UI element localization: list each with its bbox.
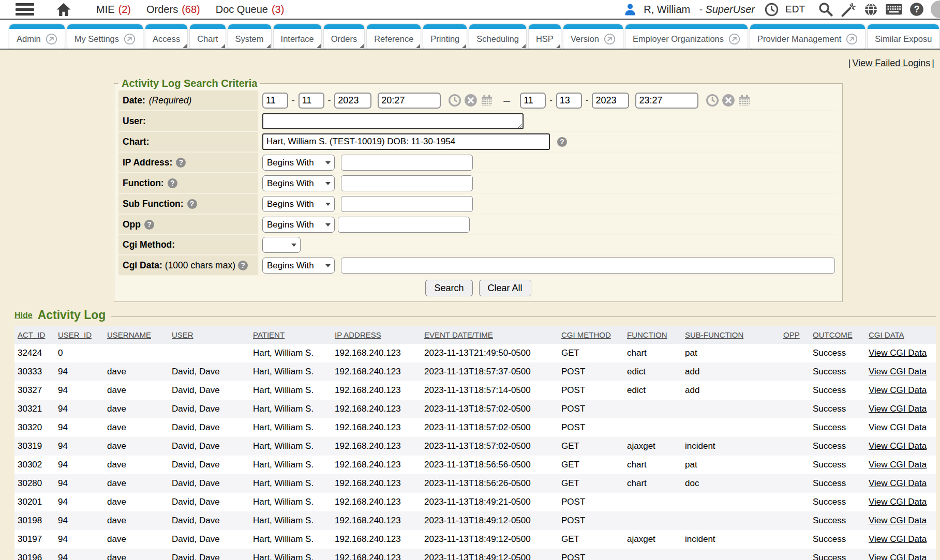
sub-function-input[interactable] bbox=[341, 196, 473, 212]
calendar-icon[interactable] bbox=[738, 94, 751, 107]
ip-address-input[interactable] bbox=[341, 155, 473, 171]
column-sort-cgi-data[interactable]: CGI DATA bbox=[869, 330, 904, 339]
cell-user: David, Dave bbox=[169, 400, 250, 418]
opp-match-select[interactable]: Begins With bbox=[262, 217, 335, 233]
view-cgi-data-link[interactable]: View CGI Data bbox=[869, 422, 927, 432]
cgi-data-input[interactable] bbox=[341, 258, 835, 274]
start-time-input[interactable] bbox=[378, 93, 441, 109]
start-year-input[interactable] bbox=[334, 93, 371, 109]
tab-scheduling[interactable]: Scheduling bbox=[469, 24, 526, 49]
search-icon[interactable] bbox=[818, 2, 833, 17]
function-input[interactable] bbox=[341, 175, 473, 191]
timezone-label[interactable]: EDT bbox=[785, 4, 805, 15]
function-match-select[interactable]: Begins With bbox=[262, 175, 335, 191]
nav-mie[interactable]: MIE(2) bbox=[96, 4, 131, 16]
tab-version[interactable]: Version bbox=[563, 24, 623, 49]
view-cgi-data-link[interactable]: View CGI Data bbox=[869, 404, 927, 414]
tab-admin[interactable]: Admin bbox=[9, 24, 65, 49]
end-time-input[interactable] bbox=[635, 93, 698, 109]
clear-date-icon[interactable] bbox=[464, 94, 478, 107]
function-help-icon[interactable] bbox=[168, 178, 177, 188]
column-sort-function[interactable]: FUNCTION bbox=[627, 330, 667, 339]
user-name: R, William bbox=[644, 4, 690, 16]
view-cgi-data-link[interactable]: View CGI Data bbox=[869, 553, 927, 560]
start-day-input[interactable] bbox=[299, 93, 324, 109]
view-cgi-data-link[interactable]: View CGI Data bbox=[869, 348, 927, 358]
view-cgi-data-link[interactable]: View CGI Data bbox=[869, 385, 927, 395]
tab-hsp[interactable]: HSP bbox=[529, 24, 561, 49]
column-sort-act-id[interactable]: ACT_ID bbox=[18, 330, 45, 339]
end-year-input[interactable] bbox=[592, 93, 629, 109]
calendar-icon[interactable] bbox=[480, 94, 494, 107]
wand-icon[interactable] bbox=[840, 2, 857, 17]
sub-function-match-select[interactable]: Begins With bbox=[262, 196, 335, 212]
nav-orders[interactable]: Orders(68) bbox=[146, 4, 200, 16]
view-cgi-data-link[interactable]: View CGI Data bbox=[869, 516, 927, 525]
search-button[interactable]: Search bbox=[425, 280, 472, 296]
column-header: OPP bbox=[780, 326, 810, 344]
ip-match-select[interactable]: Begins With bbox=[262, 155, 335, 171]
column-sort-user[interactable]: USER bbox=[172, 330, 193, 339]
hide-link[interactable]: Hide bbox=[14, 311, 33, 320]
avatar[interactable] bbox=[931, 1, 940, 18]
cgi-data-help-icon[interactable] bbox=[238, 261, 248, 270]
tab-printing[interactable]: Printing bbox=[423, 24, 467, 49]
column-sort-ip-address[interactable]: IP ADDRESS bbox=[335, 330, 381, 339]
hamburger-menu-icon[interactable] bbox=[16, 3, 34, 16]
cell-user: David, Dave bbox=[169, 362, 250, 381]
view-failed-logins-link[interactable]: View Failed Logins bbox=[853, 58, 931, 68]
tab-my-settings[interactable]: My Settings bbox=[67, 24, 143, 49]
tab-system[interactable]: System bbox=[228, 24, 271, 49]
column-sort-user-id[interactable]: USER_ID bbox=[58, 330, 92, 339]
cgi-method-select[interactable] bbox=[262, 237, 301, 253]
user-icon[interactable] bbox=[623, 3, 637, 16]
column-sort-sub-function[interactable]: SUB-FUNCTION bbox=[685, 330, 743, 339]
column-sort-patient[interactable]: PATIENT bbox=[253, 330, 285, 339]
dropdown-caret-icon bbox=[416, 44, 420, 48]
column-sort-outcome[interactable]: OUTCOME bbox=[813, 330, 853, 339]
view-cgi-data-link[interactable]: View CGI Data bbox=[869, 534, 927, 544]
opp-input[interactable] bbox=[338, 217, 470, 233]
time-picker-icon[interactable] bbox=[706, 94, 719, 107]
chart-help-icon[interactable] bbox=[557, 137, 567, 147]
column-sort-event-date-time[interactable]: EVENT DATE/TIME bbox=[424, 330, 493, 339]
clock-icon[interactable] bbox=[765, 3, 779, 17]
tab-interface[interactable]: Interface bbox=[274, 24, 321, 49]
ip-help-icon[interactable] bbox=[176, 158, 186, 168]
home-icon[interactable] bbox=[56, 3, 71, 17]
tab-label: My Settings bbox=[74, 34, 119, 44]
globe-icon[interactable] bbox=[863, 2, 878, 17]
column-sort-username[interactable]: USERNAME bbox=[107, 330, 151, 339]
keyboard-icon[interactable] bbox=[885, 3, 903, 16]
end-day-input[interactable] bbox=[556, 93, 582, 109]
clear-all-button[interactable]: Clear All bbox=[479, 280, 531, 296]
view-cgi-data-link[interactable]: View CGI Data bbox=[869, 367, 927, 376]
chart-input[interactable] bbox=[262, 133, 550, 150]
tab-chart[interactable]: Chart bbox=[190, 24, 225, 49]
cell-outcome: Success bbox=[810, 456, 866, 474]
tab-label: Similar Exposu bbox=[875, 34, 932, 44]
tab-reference[interactable]: Reference bbox=[367, 24, 421, 49]
help-icon[interactable]: ? bbox=[909, 2, 924, 17]
opp-help-icon[interactable] bbox=[144, 220, 154, 230]
view-cgi-data-link[interactable]: View CGI Data bbox=[869, 478, 927, 488]
nav-doc-queue[interactable]: Doc Queue(3) bbox=[216, 4, 285, 16]
start-month-input[interactable] bbox=[262, 93, 288, 109]
view-cgi-data-link[interactable]: View CGI Data bbox=[869, 497, 927, 507]
clear-date-icon[interactable] bbox=[722, 94, 735, 107]
tab-orders[interactable]: Orders bbox=[324, 24, 364, 49]
user-input[interactable] bbox=[262, 113, 524, 129]
column-sort-cgi-method[interactable]: CGI METHOD bbox=[561, 330, 611, 339]
view-cgi-data-link[interactable]: View CGI Data bbox=[869, 460, 927, 470]
view-cgi-data-link[interactable]: View CGI Data bbox=[869, 441, 927, 451]
tab-employer-organizations[interactable]: Employer Organizations bbox=[625, 24, 748, 49]
sub-function-help-icon[interactable] bbox=[187, 199, 197, 209]
column-sort-opp[interactable]: OPP bbox=[783, 330, 800, 339]
cgi-data-match-select[interactable]: Begins With bbox=[262, 258, 335, 274]
tab-provider-management[interactable]: Provider Management bbox=[750, 24, 865, 49]
cell-opp bbox=[780, 493, 810, 511]
tab-similar-exposu[interactable]: Similar Exposu bbox=[868, 24, 939, 49]
time-picker-icon[interactable] bbox=[448, 94, 461, 107]
end-month-input[interactable] bbox=[520, 93, 546, 109]
tab-access[interactable]: Access bbox=[145, 24, 187, 49]
